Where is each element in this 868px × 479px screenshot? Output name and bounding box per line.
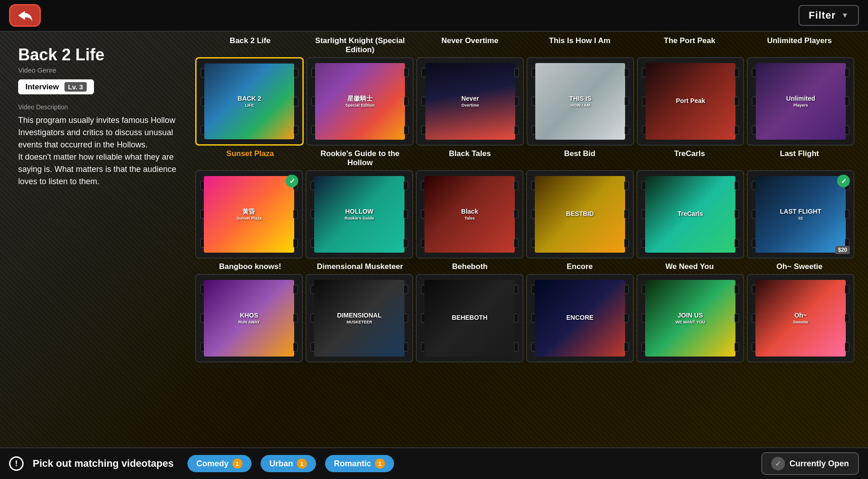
bottom-bar: ! Pick out matching videotapes Comedy 1 … [0, 447, 868, 479]
tag-urban[interactable]: Urban 1 [261, 455, 316, 472]
cover-neverovertime: NeverOvertime [425, 63, 515, 139]
video-row-1: Sunset PlazaRookie's Guide to the Hollow… [195, 149, 854, 259]
tag-comedy[interactable]: Comedy 1 [187, 455, 252, 472]
cover-ohsweetie: Oh~Sweetie [755, 280, 845, 356]
romantic-count: 1 [375, 459, 385, 469]
cover-unlimitedplayers: UnlimitedPlayers [756, 63, 846, 139]
header: Filter ▼ [0, 0, 868, 32]
video-title-r1-c5: Last Flight [745, 149, 854, 167]
tape-holes-right [513, 58, 521, 145]
video-title-r2-c2: Beheboth [415, 262, 525, 271]
main-content: Back 2 Life Video Genre Interview Lv. 3 … [0, 32, 868, 447]
cover-encore: ENCORE [535, 280, 625, 356]
video-grid: Back 2 LifeStarlight Knight (Special Edi… [191, 32, 868, 447]
show-description: This program usually invites famous Holl… [18, 114, 177, 188]
filter-button[interactable]: Filter ▼ [799, 5, 859, 26]
left-panel: Back 2 Life Video Genre Interview Lv. 3 … [0, 32, 191, 447]
vhs-card-back2life[interactable]: BACK 2LIFE [195, 57, 304, 146]
vhs-card-trecarls[interactable]: TreCarls [636, 170, 744, 259]
video-title-r0-c1: Starlight Knight (Special Edition) [305, 36, 415, 54]
vhs-card-bestbid[interactable]: BESTBID [526, 170, 634, 259]
vhs-card-unlimitedplayers[interactable]: UnlimitedPlayers [747, 57, 854, 146]
cover-beheboth: BEHEBOTH [424, 280, 514, 356]
vhs-card-neverovertime[interactable]: NeverOvertime [416, 57, 524, 146]
video-title-r0-c3: This Is How I Am [525, 36, 635, 54]
vhs-card-weneedyou[interactable]: JOIN USWE WANT YOU [636, 274, 744, 362]
tape-holes-right [622, 171, 631, 258]
video-title-r1-c1: Rookie's Guide to the Hollow [305, 149, 415, 167]
check-badge: ✓ [837, 175, 850, 187]
filter-label: Filter [809, 10, 836, 21]
check-badge: ✓ [286, 175, 298, 187]
price-badge: $20 [835, 246, 850, 254]
tag-romantic[interactable]: Romantic 1 [325, 455, 394, 472]
vhs-card-sunsetplaza[interactable]: 黄昏Sunset Plaza✓ [195, 170, 303, 259]
check-icon: ✓ [771, 457, 785, 470]
urban-count: 1 [297, 459, 307, 469]
comedy-count: 1 [232, 459, 242, 469]
video-title-r2-c5: Oh~ Sweetie [745, 262, 854, 271]
vhs-card-thisishowiam[interactable]: THIS ISHOW I AM [527, 57, 634, 146]
vhs-card-dimensional[interactable]: DIMENSIONALMUSKETEER [306, 274, 413, 362]
filter-arrow-icon: ▼ [841, 11, 849, 20]
video-title-r2-c3: Encore [525, 262, 635, 271]
cover-trecarls: TreCarls [645, 176, 735, 252]
cover-starlight: 星徽騎士Special Edition [315, 63, 405, 139]
tape-holes-right [733, 58, 741, 145]
video-title-r2-c0: Bangboo knows! [195, 262, 305, 271]
comedy-label: Comedy [197, 459, 229, 469]
tape-holes-right [402, 171, 410, 258]
cover-bangboo: KHOSRUN AWAY [204, 280, 294, 356]
vhs-card-lastflight[interactable]: LAST FLIGHT02✓$20 [747, 170, 854, 259]
vhs-card-rookiesguide[interactable]: HOLLOWRookie's Guide [306, 170, 413, 259]
video-title-r0-c2: Never Overtime [415, 36, 525, 54]
romantic-label: Romantic [334, 459, 371, 469]
vhs-card-encore[interactable]: ENCORE [526, 274, 634, 362]
video-title-r0-c4: The Port Peak [635, 36, 745, 54]
cover-sunsetplaza: 黄昏Sunset Plaza [204, 176, 294, 252]
tape-holes-right [291, 275, 300, 362]
vhs-card-ohsweetie[interactable]: Oh~Sweetie [747, 274, 854, 362]
vhs-card-blacktales[interactable]: BlackTales [416, 170, 523, 259]
genre-name: Interview [25, 83, 59, 92]
genre-label: Video Genre [18, 66, 177, 74]
tape-holes-right [622, 275, 631, 362]
urban-label: Urban [270, 459, 293, 469]
cover-rookiesguide: HOLLOWRookie's Guide [314, 176, 404, 252]
info-icon: ! [9, 456, 24, 471]
tape-holes-right [512, 275, 520, 362]
cover-weneedyou: JOIN USWE WANT YOU [645, 280, 735, 356]
cover-dimensional: DIMENSIONALMUSKETEER [314, 280, 404, 356]
cover-portpeak: Port Peak [646, 63, 735, 139]
pick-instruction: Pick out matching videotapes [33, 458, 174, 469]
cover-back2life: BACK 2LIFE [204, 64, 294, 139]
vhs-card-beheboth[interactable]: BEHEBOTH [416, 274, 523, 362]
video-title-r0-c5: Unlimited Players [745, 36, 854, 54]
tape-holes-right [733, 171, 741, 258]
tape-holes-right [843, 58, 851, 145]
tape-holes-right [402, 275, 410, 362]
currently-open-button[interactable]: ✓ Currently Open [761, 452, 859, 475]
video-row-0: Back 2 LifeStarlight Knight (Special Edi… [195, 36, 854, 146]
vhs-card-portpeak[interactable]: Port Peak [637, 57, 745, 146]
currently-open-label: Currently Open [789, 459, 849, 469]
tape-holes-right [623, 58, 631, 145]
video-title-r1-c4: TreCarls [635, 149, 745, 167]
video-title-r1-c3: Best Bid [525, 149, 635, 167]
video-title-r1-c0: Sunset Plaza [195, 149, 305, 167]
cover-lastflight: LAST FLIGHT02 [755, 176, 845, 252]
video-title-r2-c4: We Need You [635, 262, 745, 271]
desc-label: Video Description [18, 103, 177, 111]
cover-bestbid: BESTBID [535, 176, 625, 252]
level-badge: Lv. 3 [64, 82, 87, 92]
back-button[interactable] [9, 4, 41, 27]
cover-blacktales: BlackTales [424, 176, 514, 252]
vhs-card-starlight[interactable]: 星徽騎士Special Edition [306, 57, 414, 146]
video-title-r0-c0: Back 2 Life [195, 36, 305, 54]
vhs-card-bangboo[interactable]: KHOSRUN AWAY [195, 274, 303, 362]
cover-thisishowiam: THIS ISHOW I AM [535, 63, 625, 139]
genre-badge: Interview Lv. 3 [18, 79, 94, 94]
tape-holes-right [512, 171, 520, 258]
video-title-r1-c2: Black Tales [415, 149, 525, 167]
tape-holes-right [843, 275, 851, 362]
